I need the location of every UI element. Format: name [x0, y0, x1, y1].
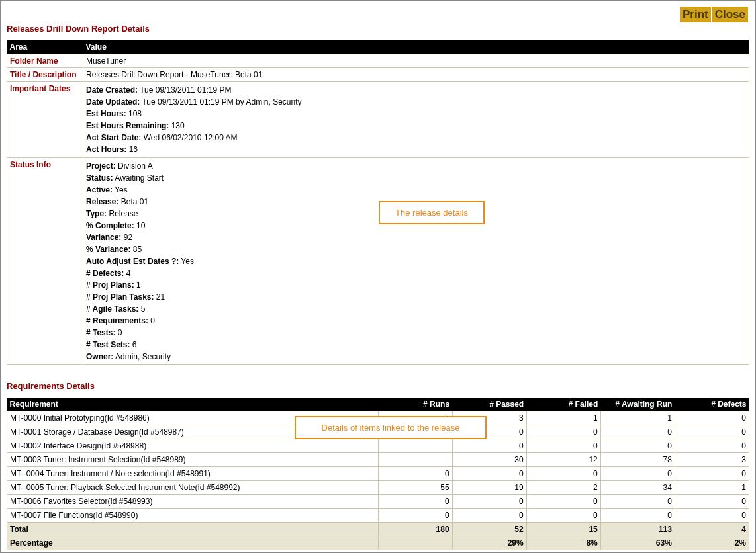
req-cell: MT--0005 Tuner: Playback Selected Instru… [7, 481, 379, 495]
req-cell: 0 [526, 425, 600, 439]
kv-key: Date Updated: [86, 97, 140, 106]
kv-key: Type: [86, 209, 107, 218]
kv-value: Division A [116, 161, 153, 171]
req-cell: 8% [526, 536, 600, 550]
req-cell: 0 [526, 439, 600, 453]
req-cell: 0 [600, 495, 675, 509]
req-cell: 0 [600, 467, 675, 481]
req-cell: 55 [378, 481, 452, 495]
kv-key: Status: [86, 173, 113, 183]
details-header-value: Value [83, 40, 749, 54]
req-cell: 0 [675, 495, 749, 509]
req-header-defects: # Defects [675, 398, 749, 411]
req-row: MT-0002 Interface Design(Id #548988)0000 [7, 439, 749, 453]
req-cell: 0 [452, 495, 526, 509]
req-row: MT-0003 Tuner: Instrument Selection(Id #… [7, 453, 749, 467]
kv-value: 6 [130, 340, 136, 349]
req-header-runs: # Runs [378, 398, 452, 411]
req-cell: 0 [378, 467, 452, 481]
req-cell: MT-0007 File Functions(Id #548990) [7, 509, 379, 523]
req-cell: MT-0002 Interface Design(Id #548988) [7, 439, 379, 453]
kv-key: # Agile Tasks: [86, 304, 138, 314]
kv-value: 108 [126, 109, 142, 118]
kv-value: 5 [138, 304, 145, 314]
kv-value: Awaiting Start [113, 173, 164, 183]
details-row-label: Title / Description [7, 68, 83, 82]
kv-value: 10 [134, 221, 146, 230]
req-cell: 29% [452, 536, 526, 550]
print-button[interactable]: Print [680, 7, 711, 22]
req-cell: 3 [675, 453, 749, 467]
kv-value: Beta 01 [118, 197, 148, 206]
req-row: MT-0007 File Functions(Id #548990)00000 [7, 509, 749, 523]
details-row-value: Project: Division AStatus: Awaiting Star… [83, 158, 749, 365]
req-header-requirement: Requirement [7, 398, 379, 411]
req-cell: 0 [526, 467, 600, 481]
details-row-label: Important Dates [7, 82, 83, 158]
kv-value: 0 [115, 328, 122, 337]
req-cell: 0 [600, 425, 675, 439]
details-table: Area Value Folder NameMuseTunerTitle / D… [7, 40, 749, 365]
main-title: Releases Drill Down Report Details [7, 24, 749, 34]
kv-key: Auto Adjust Est Dates ?: [86, 257, 179, 266]
kv-key: % Complete: [86, 221, 134, 230]
req-cell: 2% [675, 536, 749, 550]
req-cell: 4 [675, 523, 749, 536]
req-cell: 0 [600, 509, 675, 523]
kv-key: Date Created: [86, 85, 138, 95]
requirements-title: Requirements Details [7, 381, 749, 391]
kv-key: Active: [86, 185, 113, 194]
kv-value: 92 [121, 233, 132, 242]
req-cell: MT--0004 Tuner: Instrument / Note select… [7, 467, 379, 481]
req-cell: 0 [675, 439, 749, 453]
kv-value: Yes [113, 185, 128, 194]
details-row-value: Date Created: Tue 09/13/2011 01:19 PMDat… [83, 82, 749, 158]
kv-key: Variance: [86, 233, 121, 242]
req-row: MT-0006 Favorites Selector(Id #548993)00… [7, 495, 749, 509]
kv-key: # Defects: [86, 269, 124, 278]
kv-key: Est Hours Remaining: [86, 121, 169, 130]
req-cell: 0 [452, 467, 526, 481]
details-row: Title / DescriptionReleases Drill Down R… [7, 68, 749, 82]
req-cell: 0 [378, 495, 452, 509]
req-cell: 180 [378, 523, 452, 536]
kv-value: 85 [130, 245, 142, 254]
details-header-area: Area [7, 40, 83, 54]
close-button[interactable]: Close [712, 7, 748, 22]
details-row-value: Releases Drill Down Report - MuseTuner: … [83, 68, 749, 82]
kv-value: 1 [134, 280, 141, 290]
req-cell: 0 [452, 509, 526, 523]
kv-key: Release: [86, 197, 118, 206]
kv-value: Wed 06/02/2010 12:00 AM [141, 133, 237, 142]
req-cell [378, 453, 452, 467]
req-cell: 113 [600, 523, 675, 536]
req-cell: 52 [452, 523, 526, 536]
kv-value: 4 [124, 269, 130, 278]
req-row: MT--0004 Tuner: Instrument / Note select… [7, 467, 749, 481]
kv-key: Act Hours: [86, 145, 126, 154]
kv-value: Tue 09/13/2011 01:19 PM [138, 85, 231, 95]
req-total-row: Percentage29%8%63%2% [7, 536, 749, 550]
report-content: Releases Drill Down Report Details Area … [1, 1, 755, 553]
kv-value: Release [107, 209, 138, 218]
kv-value: 21 [154, 292, 165, 302]
kv-value: Tue 09/13/2011 01:19 PM by Admin, Securi… [140, 97, 301, 106]
details-row: Important DatesDate Created: Tue 09/13/2… [7, 82, 749, 158]
details-row-label: Status Info [7, 158, 83, 365]
kv-key: Act Start Date: [86, 133, 141, 142]
kv-key: # Tests: [86, 328, 115, 337]
req-cell: 0 [600, 439, 675, 453]
req-cell: 0 [452, 439, 526, 453]
req-cell: 0 [675, 411, 749, 425]
kv-value: Admin, Security [113, 352, 171, 361]
req-cell: 19 [452, 481, 526, 495]
kv-key: # Proj Plans: [86, 280, 134, 290]
req-cell: Percentage [7, 536, 379, 550]
req-header-awaiting: # Awaiting Run [600, 398, 675, 411]
req-cell: 12 [526, 453, 600, 467]
req-header-failed: # Failed [526, 398, 600, 411]
req-cell: 1 [600, 411, 675, 425]
req-row: MT--0005 Tuner: Playback Selected Instru… [7, 481, 749, 495]
details-row-value: MuseTuner [83, 54, 749, 68]
req-header-passed: # Passed [452, 398, 526, 411]
